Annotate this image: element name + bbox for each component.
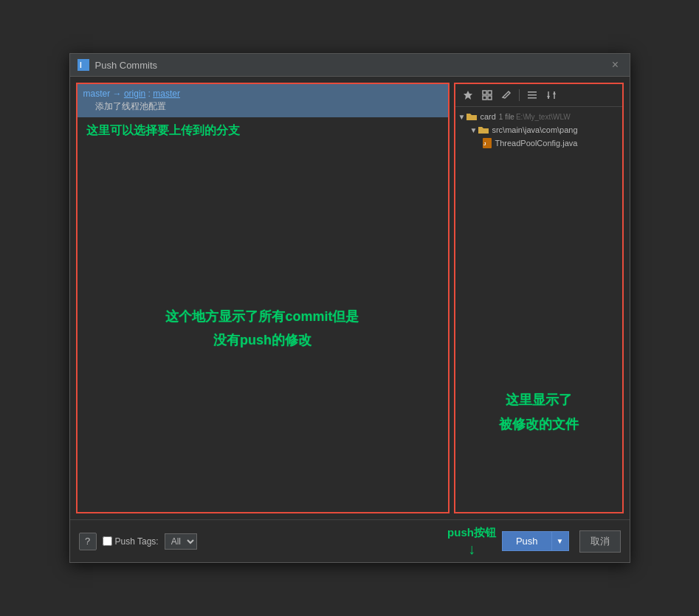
- remote-link[interactable]: origin: [124, 89, 145, 99]
- right-panel: ▼ card 1 file E:\My_text\WLW ▼: [454, 83, 624, 513]
- src-folder-icon: [478, 125, 489, 135]
- svg-rect-4: [483, 96, 486, 100]
- left-top-annotation: 这里可以选择要上传到的分支: [78, 117, 448, 145]
- svg-text:J: J: [483, 142, 486, 146]
- left-main-annotation: 这个地方显示了所有commit但是 没有push的修改: [78, 145, 448, 512]
- edit-button[interactable]: [498, 87, 514, 103]
- svg-rect-3: [488, 91, 492, 94]
- tree-expand-arrow: ▼: [458, 113, 466, 121]
- left-annotation-text: 这个地方显示了所有commit但是 没有push的修改: [165, 305, 359, 353]
- svg-marker-12: [553, 91, 556, 94]
- tree-src-arrow: ▼: [470, 126, 478, 134]
- tree-root-count: 1 file: [499, 113, 514, 121]
- bottom-bar: ? Push Tags: All push按钮 ↓ Push ▼ 取消: [70, 519, 630, 562]
- tree-root-item[interactable]: ▼ card 1 file E:\My_text\WLW: [455, 110, 622, 123]
- push-button[interactable]: Push: [502, 531, 551, 551]
- folder-icon: [466, 111, 477, 122]
- tree-root-label: card: [480, 112, 495, 121]
- push-tags-checkbox[interactable]: [103, 536, 112, 546]
- right-annotation: 这里显示了 被修改的文件: [455, 313, 622, 513]
- branch-arrow: →: [113, 89, 122, 99]
- title-bar: I Push Commits ×: [70, 54, 630, 77]
- app-icon: I: [78, 59, 89, 71]
- right-toolbar: [455, 84, 622, 107]
- list-button[interactable]: [524, 87, 540, 103]
- branch-to-link[interactable]: master: [153, 89, 180, 99]
- commit-item[interactable]: master → origin : master 添加了线程池配置: [78, 84, 448, 117]
- content-area: master → origin : master 添加了线程池配置 这里可以选择…: [70, 77, 630, 519]
- dialog-title: Push Commits: [95, 60, 609, 71]
- push-tags-group: Push Tags:: [103, 536, 159, 547]
- push-dropdown-button[interactable]: ▼: [551, 531, 569, 551]
- push-tags-select[interactable]: All: [165, 533, 197, 550]
- push-annotation: push按钮 ↓: [447, 526, 496, 556]
- tree-root-path: E:\My_text\WLW: [516, 113, 571, 121]
- commit-branch-line: master → origin : master: [83, 89, 442, 99]
- push-annotation-text: push按钮: [447, 526, 496, 540]
- svg-rect-5: [488, 96, 492, 100]
- left-panel: master → origin : master 添加了线程池配置 这里可以选择…: [76, 83, 450, 513]
- sort-button[interactable]: [543, 87, 559, 103]
- push-button-group: Push ▼: [502, 531, 569, 551]
- svg-text:I: I: [80, 61, 82, 69]
- right-annotation-text: 这里显示了 被修改的文件: [499, 388, 579, 436]
- pin-button[interactable]: [460, 87, 476, 103]
- cancel-button[interactable]: 取消: [579, 530, 621, 553]
- tree-file-item[interactable]: J ThreadPoolConfig.java: [455, 136, 622, 150]
- close-button[interactable]: ×: [609, 58, 622, 72]
- svg-rect-2: [483, 91, 486, 94]
- file-tree: ▼ card 1 file E:\My_text\WLW ▼: [455, 107, 622, 313]
- push-tags-label: Push Tags:: [115, 536, 159, 547]
- tree-src-label: src\main\java\com\pang: [492, 125, 577, 134]
- grid-button[interactable]: [479, 87, 495, 103]
- svg-rect-6: [528, 91, 537, 93]
- branch-from: master: [83, 89, 111, 99]
- commit-message: 添加了线程池配置: [83, 100, 442, 113]
- toolbar-separator: [519, 89, 520, 101]
- push-commits-dialog: I Push Commits × master → origin : maste…: [69, 53, 630, 563]
- svg-marker-11: [547, 96, 550, 99]
- svg-rect-7: [528, 94, 537, 96]
- svg-rect-8: [528, 97, 537, 99]
- tree-src-item[interactable]: ▼ src\main\java\com\pang: [455, 123, 622, 136]
- tree-file-label: ThreadPoolConfig.java: [495, 139, 578, 148]
- java-file-icon: J: [482, 138, 492, 148]
- arrow-down-icon: ↓: [468, 541, 475, 556]
- help-button[interactable]: ?: [79, 533, 97, 550]
